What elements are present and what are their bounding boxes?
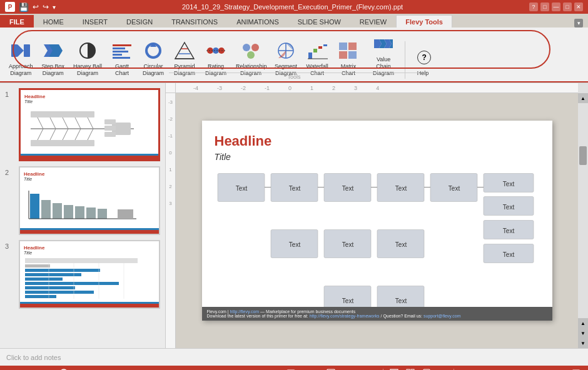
help-circle: ? xyxy=(417,51,431,64)
svg-text:Text: Text xyxy=(235,185,247,192)
save-icon[interactable]: 💾 xyxy=(19,2,29,12)
tab-insert[interactable]: INSERT xyxy=(73,15,117,28)
valuechain-diagram-button[interactable]: Value ChainDiagram xyxy=(365,30,402,79)
svg-rect-57 xyxy=(31,140,44,146)
title-bar: P 💾 ↩ ↪ ▾ 2014_10_29_Strategy_Developmen… xyxy=(0,0,588,14)
scroll-pageup-button[interactable]: ▲ xyxy=(578,318,588,328)
svg-rect-82 xyxy=(25,291,94,294)
tab-design[interactable]: DESIGN xyxy=(117,15,162,28)
svg-rect-32 xyxy=(339,42,347,50)
tab-transitions[interactable]: TRANSITIONS xyxy=(162,15,227,28)
slide-2-title: Title xyxy=(24,177,155,181)
help-icon: ? xyxy=(412,46,434,69)
svg-text:Text: Text xyxy=(395,185,407,192)
scrollbar-track[interactable] xyxy=(578,103,588,318)
status-bar: SLIDE 1 OF 61 i NOTES COMMENTS xyxy=(0,366,588,370)
slide-2-diagram xyxy=(24,181,139,228)
svg-rect-79 xyxy=(25,278,63,281)
svg-rect-56 xyxy=(81,111,94,118)
slide-3-number: 3 xyxy=(5,240,15,250)
slide-title: Title xyxy=(215,152,540,162)
svg-rect-81 xyxy=(25,286,75,289)
segment-icon xyxy=(275,39,297,62)
restore-btn[interactable]: □ xyxy=(563,2,572,11)
svg-point-21 xyxy=(243,44,250,51)
svg-rect-83 xyxy=(25,295,56,298)
svg-rect-66 xyxy=(41,200,51,219)
tab-flevy[interactable]: Flevy Tools xyxy=(396,15,452,28)
help-btn[interactable]: ? xyxy=(529,2,538,11)
slide-canvas[interactable]: Headline Title Text Text Text xyxy=(176,93,578,348)
fishbone-diagram: Text Text Text Text Text Text xyxy=(215,169,540,321)
fit-slide-button[interactable] xyxy=(570,368,582,370)
expand-ribbon-btn[interactable]: ▾ xyxy=(574,19,583,28)
approach-diagram-icon xyxy=(9,39,32,62)
main-area: 1 Headline Title xyxy=(0,83,588,348)
ribbon: FILE HOME INSERT DESIGN TRANSITIONS ANIM… xyxy=(0,14,588,83)
tab-animations[interactable]: ANIMATIONS xyxy=(227,15,288,28)
svg-line-43 xyxy=(49,116,56,129)
status-left: SLIDE 1 OF 61 i xyxy=(6,368,69,370)
redo-icon[interactable]: ↪ xyxy=(43,2,49,11)
slide-1-thumb[interactable]: 1 Headline Title xyxy=(5,88,160,161)
stepbox-label: Step BoxDiagram xyxy=(42,63,65,77)
ruler-row: -4 -3 -2 -1 0 1 2 3 4 xyxy=(166,83,588,93)
slide-3-title: Title xyxy=(24,251,155,255)
relationship-icon xyxy=(240,39,262,62)
main-slide[interactable]: Headline Title Text Text Text xyxy=(202,121,552,321)
svg-rect-30 xyxy=(323,44,327,46)
ribbon-content: ApproachDiagram Step BoxDiagram Harvey B… xyxy=(0,28,588,82)
slideshow-icon[interactable] xyxy=(437,368,449,370)
svg-text:Text: Text xyxy=(502,204,514,211)
scrollbar-thumb[interactable] xyxy=(579,146,587,165)
circular-diagram-button[interactable]: CircularDiagram xyxy=(138,37,168,79)
scroll-pagedown-button[interactable]: ▼ xyxy=(578,328,588,338)
tab-home[interactable]: HOME xyxy=(34,15,73,28)
svg-rect-74 xyxy=(118,209,133,219)
undo-icon[interactable]: ↩ xyxy=(33,2,39,11)
stepbox-diagram-button[interactable]: Step BoxDiagram xyxy=(38,37,69,79)
harveyball-diagram-button[interactable]: Harvey BallDiagram xyxy=(69,37,106,79)
tab-file[interactable]: FILE xyxy=(0,15,34,28)
fishbone-svg: Text Text Text Text Text Text xyxy=(215,169,540,321)
svg-rect-33 xyxy=(348,42,357,50)
tab-review[interactable]: REVIEW xyxy=(350,15,396,28)
slide-2-preview[interactable]: Headline Title xyxy=(19,166,160,235)
tab-slideshow[interactable]: SLIDE SHOW xyxy=(288,15,350,28)
approach-diagram-button[interactable]: ApproachDiagram xyxy=(5,37,37,79)
svg-line-42 xyxy=(37,116,43,129)
zoom-in-button[interactable]: + xyxy=(530,368,542,370)
svg-rect-55 xyxy=(68,111,82,118)
svg-rect-52 xyxy=(31,111,44,118)
slide-1-diagram xyxy=(24,104,140,154)
normal-view-icon[interactable] xyxy=(388,368,400,370)
ribbon-collapse-btn[interactable]: □ xyxy=(540,2,549,11)
vertical-scrollbar[interactable]: ▲ ▲ ▼ ▼ xyxy=(578,93,588,348)
footer-line2: Download the latest version of this prim… xyxy=(207,314,547,318)
svg-text:Text: Text xyxy=(502,228,514,234)
slide-1-preview[interactable]: Headline Title xyxy=(19,88,160,161)
slide-info-icon[interactable]: i xyxy=(58,368,69,370)
slide-2-thumb[interactable]: 2 Headline Title xyxy=(5,166,160,235)
scroll-up-button[interactable]: ▲ xyxy=(578,93,588,103)
slide-3-preview[interactable]: Headline Title xyxy=(19,240,160,309)
slide-sorter-icon[interactable] xyxy=(405,368,416,370)
slide-3-headline: Headline xyxy=(24,245,155,251)
zoom-out-button[interactable]: − xyxy=(459,368,470,370)
gantt-chart-button[interactable]: GanttChart xyxy=(107,37,137,79)
scroll-down-button[interactable]: ▼ xyxy=(578,338,588,348)
svg-rect-70 xyxy=(86,208,96,219)
svg-rect-6 xyxy=(113,44,131,46)
slide-3-thumb[interactable]: 3 Headline Title xyxy=(5,240,160,309)
slide-1-number: 1 xyxy=(5,88,15,98)
slide-1-title: Title xyxy=(24,99,155,104)
svg-text:Text: Text xyxy=(395,241,407,248)
svg-line-45 xyxy=(74,116,81,129)
slide-panel[interactable]: 1 Headline Title xyxy=(0,83,166,348)
minimize-btn[interactable]: — xyxy=(552,2,560,11)
reading-view-icon[interactable] xyxy=(421,368,432,370)
svg-rect-59 xyxy=(56,140,69,146)
close-btn[interactable]: ✕ xyxy=(574,2,583,11)
svg-text:Text: Text xyxy=(342,241,353,248)
svg-rect-54 xyxy=(56,111,69,118)
